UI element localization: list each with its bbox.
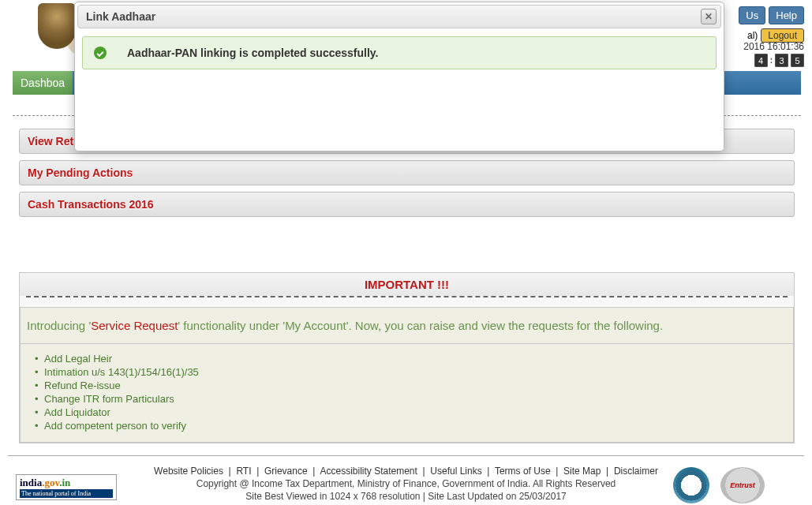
modal-veil: Link Aadhaar ✕ Aadhaar-PAN linking is co… [0, 0, 812, 505]
close-icon: ✕ [705, 11, 713, 22]
modal-titlebar: Link Aadhaar ✕ [77, 5, 721, 28]
modal-body: Aadhaar-PAN linking is completed success… [77, 28, 721, 148]
modal-close-button[interactable]: ✕ [701, 9, 717, 24]
link-aadhaar-modal: Link Aadhaar ✕ Aadhaar-PAN linking is co… [74, 2, 724, 152]
modal-title: Link Aadhaar [86, 10, 155, 23]
check-circle-icon [94, 47, 107, 59]
success-alert: Aadhaar-PAN linking is completed success… [82, 36, 717, 69]
success-message: Aadhaar-PAN linking is completed success… [127, 47, 378, 59]
